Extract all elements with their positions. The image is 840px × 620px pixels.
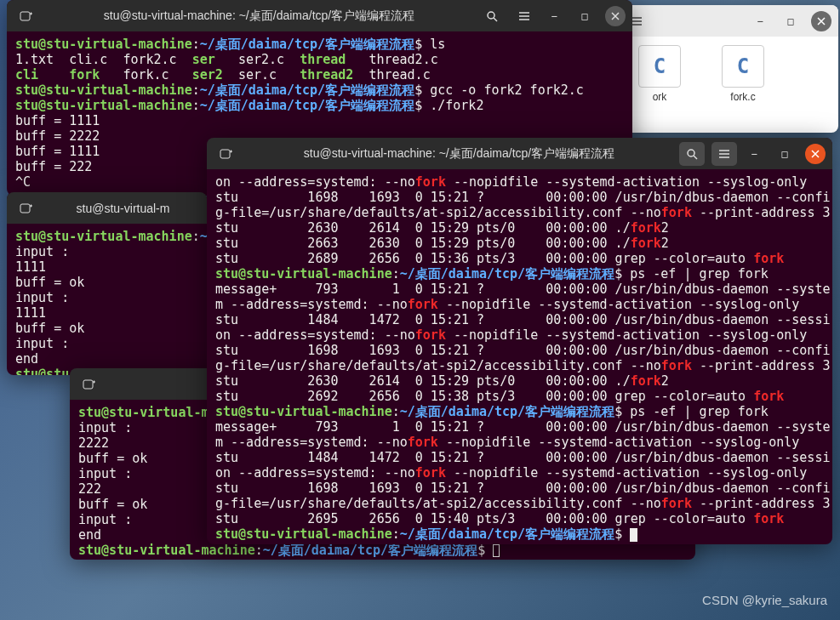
svg-rect-3 <box>83 380 93 389</box>
output-line: input : <box>78 420 132 435</box>
output-line: buff = 1111 <box>15 113 100 128</box>
output-line: end <box>15 351 38 367</box>
new-tab-icon[interactable] <box>214 142 239 166</box>
terminal2-titlebar[interactable]: stu@stu-virtual-m <box>7 192 207 224</box>
output-line: buff = 1111 <box>15 144 100 159</box>
file-manager-titlebar[interactable]: − □ <box>617 5 838 37</box>
cursor <box>493 544 500 557</box>
output-line: buff = 222 <box>15 159 92 174</box>
file-manager-window[interactable]: − □ C ork C fork.c <box>617 5 838 133</box>
new-tab-icon[interactable] <box>77 373 102 396</box>
search-icon[interactable] <box>479 4 505 28</box>
hamburger-icon[interactable] <box>711 142 737 166</box>
prompt-user: stu@stu-virtual-machine <box>15 37 192 52</box>
file-item[interactable]: C fork.c <box>709 45 777 103</box>
prompt-user: stu@stu-virtual-machine <box>15 98 192 113</box>
prompt-path: ~/桌面/daima/tcp/客户端编程流程 <box>200 82 414 98</box>
file-label: ork <box>653 91 667 103</box>
output-line: input : <box>15 244 69 259</box>
output-line: input : <box>15 290 69 305</box>
terminal4-titlebar[interactable]: stu@stu-virtual-machine: ~/桌面/daima/tcp/… <box>207 138 832 169</box>
terminal4-title: stu@stu-virtual-machine: ~/桌面/daima/tcp/… <box>246 146 672 162</box>
svg-point-5 <box>688 150 694 156</box>
minimize-button[interactable]: − <box>544 6 564 26</box>
prompt-path: ~/桌面/daima/tcp/客户端编程流程 <box>200 98 414 113</box>
output-line: buff = ok <box>78 451 147 466</box>
svg-rect-2 <box>20 204 30 213</box>
new-tab-icon[interactable] <box>14 196 39 220</box>
close-button[interactable] <box>811 11 831 31</box>
cmd: gcc -o fork2 fork2.c <box>430 82 584 98</box>
maximize-button[interactable]: □ <box>774 144 795 164</box>
output-line: ^C <box>15 174 31 190</box>
cmd: ./fork2 <box>430 98 483 113</box>
svg-point-1 <box>488 12 494 19</box>
file-label: fork.c <box>730 91 755 103</box>
maximize-button[interactable]: □ <box>574 6 595 26</box>
cmd: ls <box>430 37 445 52</box>
output-line: input : <box>78 512 132 527</box>
output-line: 1111 <box>15 305 46 321</box>
prompt-path: ~/ <box>200 229 207 244</box>
output-line: buff = ok <box>15 321 84 336</box>
terminal-window-4[interactable]: stu@stu-virtual-machine: ~/桌面/daima/tcp/… <box>207 138 832 544</box>
terminal1-title: stu@stu-virtual-machine: ~/桌面/daima/tcp/… <box>46 9 472 24</box>
watermark: CSDN @kyrie_sakura <box>702 593 827 607</box>
terminal4-body[interactable]: on --address=systemd: --nofork --nopidfi… <box>207 169 832 544</box>
output-line: end <box>78 527 101 543</box>
minimize-button[interactable]: − <box>750 11 770 31</box>
output-line: buff = ok <box>15 275 84 290</box>
output-line: buff = 2222 <box>15 128 100 144</box>
c-file-icon: C <box>722 45 764 88</box>
close-button[interactable] <box>605 6 626 26</box>
prompt-user: stu@stu-virtual-machine <box>15 82 192 98</box>
output-line: input : <box>78 466 132 481</box>
output-line: 1111 <box>15 259 46 275</box>
new-tab-icon[interactable] <box>14 4 39 28</box>
svg-rect-0 <box>20 12 30 20</box>
prompt-user: stu@stu-virtual-machine <box>15 229 192 244</box>
minimize-button[interactable]: − <box>744 144 764 164</box>
prompt-user: stu@stu-virtual-machine <box>78 543 255 558</box>
svg-rect-4 <box>220 150 230 158</box>
hamburger-icon[interactable] <box>511 4 537 28</box>
terminal1-titlebar[interactable]: stu@stu-virtual-machine: ~/桌面/daima/tcp/… <box>7 0 632 31</box>
file-item[interactable]: C ork <box>626 45 694 103</box>
prompt-user: stu@stu- <box>15 367 77 375</box>
terminal2-title: stu@stu-virtual-m <box>46 202 200 215</box>
output-line: 2222 <box>78 435 109 451</box>
close-button[interactable] <box>805 144 826 164</box>
c-file-icon: C <box>638 45 681 88</box>
terminal2-body[interactable]: stu@stu-virtual-machine:~/ input : 1111 … <box>7 224 207 375</box>
search-icon[interactable] <box>679 142 705 166</box>
prompt-user: stu@stu-virtual-ma <box>78 405 217 420</box>
output-line: input : <box>15 336 69 351</box>
prompt-path: ~/桌面/daima/tcp/客户端编程流程 <box>200 37 414 52</box>
maximize-button[interactable]: □ <box>780 11 801 31</box>
terminal-window-2[interactable]: stu@stu-virtual-m stu@stu-virtual-machin… <box>7 192 207 375</box>
output-line: 222 <box>78 481 101 497</box>
file-icons-area[interactable]: C ork C fork.c <box>617 37 838 111</box>
output-line: buff = ok <box>78 497 147 512</box>
prompt-path: ~/桌面/daima/tcp/客户端编程流程 <box>263 543 477 558</box>
